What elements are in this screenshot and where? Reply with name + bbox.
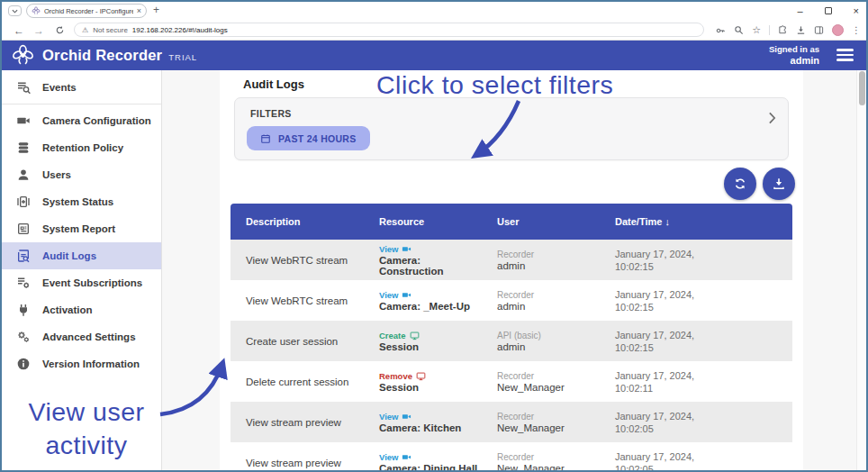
info-icon <box>15 357 31 372</box>
sidebar-item-retention-policy[interactable]: Retention Policy <box>2 134 161 161</box>
sidebar-item-camera-configuration[interactable]: Camera Configuration <box>2 107 161 134</box>
report-icon <box>15 222 31 237</box>
hamburger-menu-icon[interactable] <box>836 49 854 61</box>
download-icon[interactable] <box>796 25 806 35</box>
videocam-icon <box>402 452 411 462</box>
sidebar: Events Camera Configuration Retention Po… <box>2 70 162 470</box>
warning-icon: ⚠ <box>82 26 88 34</box>
chevron-right-icon[interactable] <box>768 112 776 124</box>
audit-logs-icon <box>15 249 31 264</box>
new-tab-button[interactable]: + <box>153 4 159 16</box>
videocam-icon <box>402 244 411 254</box>
sidebar-item-version-information[interactable]: Version Information <box>2 350 161 377</box>
refresh-icon <box>733 177 747 191</box>
sort-desc-icon[interactable]: ↓ <box>665 216 670 227</box>
sidebar-item-users[interactable]: Users <box>2 161 161 188</box>
videocam-icon <box>402 412 411 422</box>
browser-menu-icon[interactable]: ⋮ <box>852 25 861 35</box>
tab-close-icon[interactable]: × <box>137 7 141 15</box>
table-row[interactable]: View stream preview View Camera: Kitchen… <box>231 402 792 442</box>
maximize-icon[interactable] <box>825 7 832 14</box>
audit-logs-panel: Audit Logs FILTERS PAST 24 HOURS <box>220 70 803 470</box>
bookmark-star-icon[interactable]: ☆ <box>752 24 761 36</box>
chevron-down-icon <box>12 9 18 14</box>
back-icon[interactable]: ← <box>11 20 27 41</box>
audit-logs-table: Description Resource User Date/Time ↓ Vi… <box>231 204 792 470</box>
security-label[interactable]: Not secure <box>93 26 128 34</box>
scrollbar-thumb[interactable] <box>859 71 865 105</box>
table-row[interactable]: View WebRTC stream View Camera: _Meet-Up… <box>231 280 792 321</box>
side-panel-icon[interactable] <box>814 25 824 35</box>
orchid-logo-icon <box>11 43 35 68</box>
table-row[interactable]: Create user session Create Session API (… <box>231 321 792 361</box>
database-icon <box>15 141 31 156</box>
system-status-icon <box>15 195 31 210</box>
extensions-icon[interactable] <box>778 25 788 35</box>
divider <box>769 25 770 35</box>
main-content: Audit Logs FILTERS PAST 24 HOURS <box>162 70 866 470</box>
app-title: Orchid Recorder <box>42 47 162 64</box>
window-close-icon[interactable]: × <box>854 5 859 16</box>
session-icon <box>416 371 426 381</box>
zoom-icon[interactable] <box>734 25 744 35</box>
plug-icon <box>15 303 31 318</box>
trial-badge: TRIAL <box>168 52 197 62</box>
divider <box>2 104 161 104</box>
sidebar-item-advanced-settings[interactable]: Advanced Settings <box>2 323 161 350</box>
sidebar-item-system-report[interactable]: System Report <box>2 215 161 242</box>
browser-window: Orchid Recorder - IPConfigure × + – × ← … <box>0 0 868 472</box>
sidebar-item-system-status[interactable]: System Status <box>2 188 161 215</box>
browser-titlebar: Orchid Recorder - IPConfigure × + – × <box>2 2 866 20</box>
time-filter-label: PAST 24 HOURS <box>278 133 357 144</box>
app-header: Orchid Recorder TRIAL Signed in as admin <box>2 41 866 70</box>
sidebar-item-audit-logs[interactable]: Audit Logs <box>2 242 161 269</box>
person-icon <box>15 168 31 183</box>
favicon-orchid-icon <box>32 6 41 15</box>
gears-icon <box>15 330 31 345</box>
signed-in-username: admin <box>769 55 819 68</box>
export-button[interactable] <box>763 168 795 200</box>
videocam-icon <box>402 290 411 300</box>
table-header: Description Resource User Date/Time ↓ <box>231 204 792 240</box>
filters-label: FILTERS <box>250 108 292 119</box>
table-row[interactable]: Delete current session Remove Session Re… <box>231 361 792 402</box>
camera-icon <box>15 113 31 129</box>
signed-in-label: Signed in as <box>769 44 819 55</box>
browser-navbar: ← → ⚠ Not secure 192.168.202.226/#!/audi… <box>2 20 866 41</box>
sidebar-item-activation[interactable]: Activation <box>2 296 161 323</box>
signed-in-block: Signed in as admin <box>769 44 819 68</box>
column-datetime[interactable]: Date/Time ↓ <box>600 216 792 227</box>
content-gutter <box>803 70 856 470</box>
events-icon <box>15 80 31 95</box>
reload-icon[interactable] <box>51 20 68 41</box>
table-row[interactable]: View WebRTC stream View Camera: Construc… <box>231 240 792 280</box>
address-bar[interactable]: ⚠ Not secure 192.168.202.226/#!/audit-lo… <box>74 23 704 37</box>
subscriptions-icon <box>15 276 31 291</box>
session-icon <box>410 331 420 340</box>
password-key-icon[interactable] <box>715 25 726 36</box>
filters-panel[interactable]: FILTERS PAST 24 HOURS <box>234 97 789 160</box>
profile-avatar[interactable] <box>832 24 844 36</box>
sidebar-item-event-subscriptions[interactable]: Event Subscriptions <box>2 269 161 296</box>
minimize-icon[interactable]: – <box>797 5 802 16</box>
browser-tab[interactable]: Orchid Recorder - IPConfigure × <box>26 4 147 18</box>
page-scrollbar[interactable] <box>856 70 866 470</box>
column-resource[interactable]: Resource <box>364 216 482 227</box>
calendar-icon <box>260 133 271 144</box>
column-description[interactable]: Description <box>231 216 364 227</box>
download-tray-icon <box>772 177 786 191</box>
time-filter-chip[interactable]: PAST 24 HOURS <box>247 126 370 150</box>
forward-icon[interactable]: → <box>31 20 47 41</box>
refresh-button[interactable] <box>724 168 756 200</box>
tab-search-button[interactable] <box>8 5 22 16</box>
tab-title: Orchid Recorder - IPConfigure <box>44 7 133 15</box>
column-user[interactable]: User <box>482 216 600 227</box>
table-row[interactable]: View stream preview View Camera: Dining … <box>231 442 792 470</box>
sidebar-item-events[interactable]: Events <box>2 74 161 101</box>
url-text[interactable]: 192.168.202.226/#!/audit-logs <box>132 26 228 34</box>
page-title: Audit Logs <box>243 77 304 91</box>
